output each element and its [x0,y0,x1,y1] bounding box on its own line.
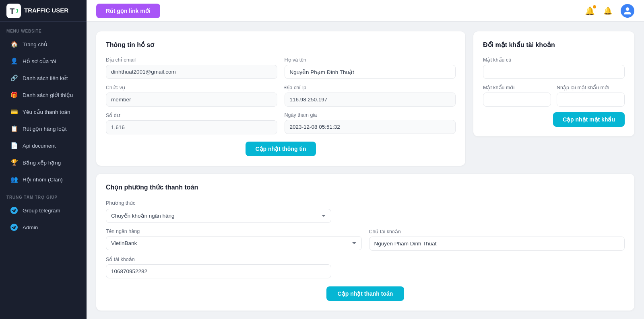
sidebar: T TRAFFIC USER MENU WEBSITE 🏠 Trang chủ … [0,0,87,319]
clan-icon: 👥 [10,175,19,184]
main-wrapper: Rút gọn link mới 🔔 🔔 Thông tin hồ sơ Địa… [87,0,644,319]
bulk-icon: 📋 [10,124,19,133]
sidebar-item-link-list[interactable]: 🔗 Danh sách liên kết [3,70,83,86]
confirm-pw-group: Nhập lại mật khẩu mới [557,84,625,107]
email-group: Địa chỉ email [106,57,277,79]
new-pw-row: Mật khẩu mới Nhập lại mật khẩu mới [483,84,625,107]
ip-field[interactable] [285,93,456,107]
account-number-field[interactable] [106,264,331,278]
update-profile-button[interactable]: Cập nhật thông tin [246,142,316,156]
ip-label: Địa chỉ Ip [285,84,456,91]
old-pw-group: Mật khẩu cũ [483,57,625,79]
sidebar-item-home[interactable]: 🏠 Trang chủ [3,36,83,52]
payment-method-row: Phương thức Chuyển khoản ngân hàngVí điệ… [106,199,625,223]
telegram-icon [10,206,19,215]
join-date-field[interactable] [285,120,456,134]
sidebar-item-label: Admin [23,224,38,231]
payment-icon: 💳 [10,107,19,116]
account-owner-group: Chủ tài khoản [369,228,625,251]
main-content: Thông tin hồ sơ Địa chỉ email Họ và tên … [87,22,644,319]
payment-form-grid: Tên ngân hàng VietinBankVietcombankBIDVT… [106,228,625,251]
update-password-button[interactable]: Cập nhật mật khẩu [553,112,625,127]
profile-title: Thông tin hồ sơ [106,41,456,49]
confirm-pw-field[interactable] [557,93,625,107]
method-label: Phương thức [106,200,135,206]
sidebar-item-profile[interactable]: 👤 Hồ sơ của tôi [3,53,83,69]
method-select[interactable]: Chuyển khoản ngân hàngVí điện tử [106,209,331,223]
balance-label: Số dư [106,112,277,118]
sidebar-item-label: Hội nhóm (Clan) [23,176,63,183]
logo-icon: T [6,4,21,18]
sidebar-item-label: Api document [23,143,56,149]
confirm-pw-label: Nhập lại mật khẩu mới [557,84,625,91]
sidebar-item-leaderboard[interactable]: 🏆 Bảng xếp hạng [3,154,83,171]
role-label: Chức vụ [106,84,277,91]
sidebar-item-clan[interactable]: 👥 Hội nhóm (Clan) [3,171,83,187]
profile-form-grid: Địa chỉ email Họ và tên Chức vụ Địa chỉ … [106,57,456,134]
new-pw-group: Mật khẩu mới [483,84,551,107]
svg-text:T: T [10,7,14,16]
join-date-group: Ngày tham gia [285,112,456,134]
fullname-group: Họ và tên [285,57,456,79]
avatar[interactable] [621,4,634,18]
home-icon: 🏠 [10,40,19,49]
profile-card: Thông tin hồ sơ Địa chỉ email Họ và tên … [96,31,465,166]
role-group: Chức vụ [106,84,277,107]
account-owner-label: Chủ tài khoản [369,228,625,235]
sidebar-item-admin[interactable]: Admin [3,219,83,235]
ip-group: Địa chỉ Ip [285,84,456,107]
link-icon: 🔗 [10,74,19,82]
app-name: TRAFFIC USER [24,7,68,14]
bank-name-group: Tên ngân hàng VietinBankVietcombankBIDVT… [106,228,362,251]
email-label: Địa chỉ email [106,57,277,63]
old-pw-label: Mật khẩu cũ [483,57,625,63]
new-link-button[interactable]: Rút gọn link mới [96,4,160,18]
sidebar-item-label: Danh sách liên kết [23,75,68,81]
password-card: Đổi mật khẩu tài khoản Mật khẩu cũ Mật k… [473,31,634,136]
profile-icon: 👤 [10,57,19,66]
new-pw-field[interactable] [483,93,551,107]
notification-bell[interactable]: 🔔 [585,6,595,16]
admin-icon [10,223,19,232]
menu-section-label: MENU WEBSITE [0,22,87,36]
role-field[interactable] [106,93,277,107]
balance-group: Số dư [106,112,277,134]
sidebar-item-label: Group telegram [23,208,60,214]
balance-field[interactable] [106,120,277,134]
volume-icon[interactable]: 🔔 [601,4,614,17]
support-section-label: TRUNG TÂM TRỢ GIÚP [0,188,87,202]
fullname-label: Họ và tên [285,57,456,63]
sidebar-item-bulk-shorten[interactable]: 📋 Rút gọn hàng loạt [3,121,83,137]
email-field[interactable] [106,65,277,79]
payment-title: Chọn phương thức thanh toán [106,183,625,191]
payment-card: Chọn phương thức thanh toán Phương thức … [96,174,634,311]
sidebar-item-label: Bảng xếp hạng [23,159,61,166]
password-title: Đổi mật khẩu tài khoản [483,41,625,49]
fullname-field[interactable] [285,65,456,79]
sidebar-item-label: Hồ sơ của tôi [23,58,56,64]
update-payment-button[interactable]: Cập nhật thanh toán [326,286,405,301]
sidebar-item-label: Danh sách giới thiệu [23,92,73,98]
join-date-label: Ngày tham gia [285,112,456,118]
sidebar-item-label: Yêu cầu thanh toán [23,109,70,115]
sidebar-item-payment-request[interactable]: 💳 Yêu cầu thanh toán [3,104,83,120]
account-owner-field[interactable] [369,237,625,251]
bank-name-label: Tên ngân hàng [106,228,362,234]
notification-dot [593,5,596,8]
account-number-label: Số tài khoản [106,256,331,262]
top-row: Thông tin hồ sơ Địa chỉ email Họ và tên … [96,31,634,166]
sidebar-item-referral[interactable]: 🎁 Danh sách giới thiệu [3,87,83,103]
gift-icon: 🎁 [10,91,19,99]
sidebar-item-label: Trang chủ [23,41,47,47]
topbar: Rút gọn link mới 🔔 🔔 [87,0,644,22]
old-pw-field[interactable] [483,65,625,79]
sidebar-item-telegram[interactable]: Group telegram [3,202,83,218]
bank-name-select[interactable]: VietinBankVietcombankBIDVTechcombankMB B… [106,236,362,250]
new-pw-label: Mật khẩu mới [483,84,551,91]
account-number-group: Số tài khoản [106,256,331,278]
sidebar-item-label: Rút gọn hàng loạt [23,126,67,132]
logo-area: T TRAFFIC USER [0,0,87,22]
api-icon: 📄 [10,141,19,150]
trophy-icon: 🏆 [10,158,19,167]
sidebar-item-api[interactable]: 📄 Api document [3,138,83,154]
